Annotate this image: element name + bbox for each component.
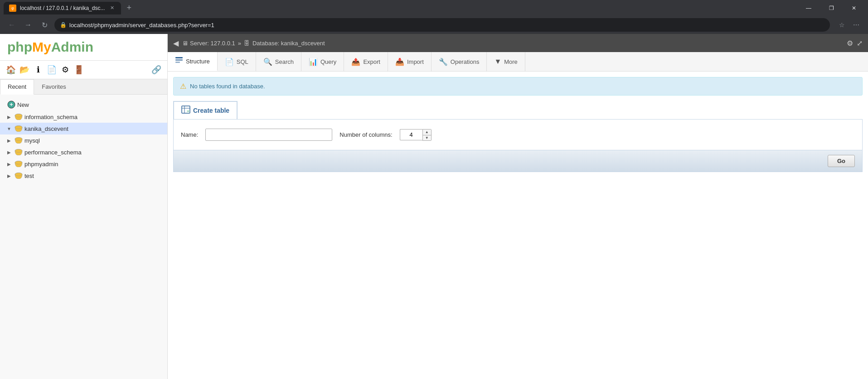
tab-import-label: Import bbox=[407, 58, 424, 65]
tab-structure[interactable]: Structure bbox=[168, 52, 218, 71]
sidebar: phpMyAdmin 🏠 📂 ℹ 📄 ⚙ 🚪 🔗 Recent Favorite… bbox=[0, 34, 168, 379]
browser-titlebar: φ localhost / 127.0.0.1 / kanika_dsc... … bbox=[0, 0, 868, 16]
db-icon-phpmyadmin bbox=[15, 160, 23, 168]
content-tabs: Structure 📄 SQL 🔍 Search 📊 Query 📤 Expor… bbox=[168, 52, 868, 72]
exit-icon[interactable]: 🚪 bbox=[73, 64, 84, 75]
create-table-form: Name: Number of columns: ▲ ▼ bbox=[181, 129, 855, 141]
svg-text:+: + bbox=[187, 110, 189, 112]
columns-input-wrapper: ▲ ▼ bbox=[400, 129, 432, 141]
columns-number-input[interactable] bbox=[400, 129, 422, 140]
create-table-header: + Create table bbox=[173, 101, 238, 119]
back-button[interactable]: ← bbox=[5, 19, 18, 31]
tab-favicon: φ bbox=[9, 5, 16, 12]
tab-operations[interactable]: 🔧 Operations bbox=[432, 52, 487, 71]
create-table-body: Name: Number of columns: ▲ ▼ bbox=[173, 119, 863, 150]
import-export-icon[interactable]: 📄 bbox=[46, 64, 57, 75]
back-navigation-button[interactable]: ◀ bbox=[173, 39, 179, 48]
tab-query[interactable]: 📊 Query bbox=[301, 52, 344, 71]
tab-sql[interactable]: 📄 SQL bbox=[218, 52, 256, 71]
create-table-icon: + bbox=[181, 106, 190, 115]
browser-menu-button[interactable]: ⋯ bbox=[850, 19, 863, 31]
sidebar-item-mysql[interactable]: ▶ mysql bbox=[0, 134, 167, 146]
svg-text:+: + bbox=[10, 101, 13, 108]
minimize-button[interactable]: — bbox=[798, 2, 819, 14]
create-table-tab[interactable]: + Create table bbox=[174, 101, 237, 119]
sidebar-item-test[interactable]: ▶ test bbox=[0, 170, 167, 182]
tab-more[interactable]: ▼ More bbox=[487, 52, 525, 71]
header-expand-icon[interactable]: ⤢ bbox=[857, 39, 863, 48]
logo-php: php bbox=[7, 39, 32, 54]
window-controls: — ❐ ✕ bbox=[798, 2, 864, 14]
databases-icon[interactable]: 📂 bbox=[19, 64, 30, 75]
sidebar-tab-recent[interactable]: Recent bbox=[0, 79, 34, 95]
expand-icon: ▶ bbox=[5, 113, 13, 120]
url-text: localhost/phpmyadmin/server_databases.ph… bbox=[69, 22, 214, 29]
operations-tab-icon: 🔧 bbox=[439, 58, 448, 66]
sql-tab-icon: 📄 bbox=[225, 58, 234, 66]
info-icon[interactable]: ℹ bbox=[33, 64, 44, 75]
form-actions: Go bbox=[173, 150, 863, 172]
sidebar-item-performance-schema[interactable]: ▶ performance_schema bbox=[0, 146, 167, 158]
warning-message: No tables found in database. bbox=[190, 83, 265, 90]
browser-tab[interactable]: φ localhost / 127.0.0.1 / kanika_dsc... … bbox=[4, 2, 121, 14]
tab-sql-label: SQL bbox=[237, 58, 248, 65]
table-name-input[interactable] bbox=[205, 129, 332, 141]
content-body: ⚠ No tables found in database. bbox=[168, 72, 868, 379]
tab-search-label: Search bbox=[275, 58, 294, 65]
create-table-section: + Create table Name: Number of columns: bbox=[173, 101, 863, 172]
tab-export-label: Export bbox=[363, 58, 380, 65]
new-tab-button[interactable]: + bbox=[125, 3, 133, 13]
columns-increment-button[interactable]: ▲ bbox=[423, 130, 431, 135]
new-icon: + bbox=[7, 101, 15, 109]
browser-addressbar: ← → ↻ 🔒 localhost/phpmyadmin/server_data… bbox=[0, 16, 868, 34]
sidebar-tabs: Recent Favorites bbox=[0, 79, 167, 95]
tab-more-label: More bbox=[504, 58, 518, 65]
link-icon[interactable]: 🔗 bbox=[151, 64, 162, 75]
tab-import[interactable]: 📥 Import bbox=[388, 52, 432, 71]
new-database-item[interactable]: + New bbox=[0, 98, 167, 111]
forward-button[interactable]: → bbox=[22, 19, 34, 31]
header-settings: ⚙ ⤢ bbox=[847, 39, 863, 48]
sidebar-item-phpmyadmin[interactable]: ▶ phpmyadmin bbox=[0, 158, 167, 170]
breadcrumb: 🖥 Server: 127.0.0.1 » 🗄 Database: kanika… bbox=[182, 40, 325, 47]
breadcrumb-separator: » bbox=[238, 40, 241, 47]
sidebar-content: + New ▶ information_schema ▼ bbox=[0, 95, 167, 379]
new-label: New bbox=[17, 101, 29, 108]
tab-title: localhost / 127.0.0.1 / kanika_dsc... bbox=[20, 5, 105, 11]
db-breadcrumb-icon: 🗄 bbox=[244, 40, 250, 47]
sidebar-tab-favorites[interactable]: Favorites bbox=[34, 79, 73, 94]
db-name-kanika-dscevent: kanika_dscevent bbox=[24, 125, 68, 132]
columns-decrement-button[interactable]: ▼ bbox=[423, 135, 431, 140]
close-button[interactable]: ✕ bbox=[844, 2, 864, 14]
server-icon: 🖥 bbox=[182, 40, 188, 47]
db-icon-test bbox=[15, 172, 23, 180]
expand-icon-pma: ▶ bbox=[5, 160, 13, 168]
collapse-icon: ▼ bbox=[5, 125, 13, 132]
reload-button[interactable]: ↻ bbox=[38, 19, 51, 31]
query-tab-icon: 📊 bbox=[309, 58, 318, 66]
name-label: Name: bbox=[181, 131, 198, 138]
settings-icon[interactable]: ⚙ bbox=[60, 64, 71, 75]
db-icon-kanika-dscevent bbox=[15, 125, 23, 133]
bookmark-star-icon[interactable]: ☆ bbox=[835, 19, 848, 31]
go-button[interactable]: Go bbox=[828, 155, 855, 167]
tab-query-label: Query bbox=[320, 58, 336, 65]
more-tab-icon: ▼ bbox=[494, 58, 501, 66]
no-tables-warning: ⚠ No tables found in database. bbox=[173, 77, 863, 96]
db-icon-mysql bbox=[15, 136, 23, 144]
tab-export[interactable]: 📤 Export bbox=[344, 52, 388, 71]
address-bar[interactable]: 🔒 localhost/phpmyadmin/server_databases.… bbox=[54, 18, 830, 32]
sidebar-item-kanika-dscevent[interactable]: ▼ kanika_dscevent bbox=[0, 123, 167, 134]
tab-search[interactable]: 🔍 Search bbox=[256, 52, 301, 71]
server-label: Server: 127.0.0.1 bbox=[190, 40, 235, 47]
expand-icon-mysql: ▶ bbox=[5, 137, 13, 144]
header-settings-icon[interactable]: ⚙ bbox=[847, 39, 853, 48]
db-name-mysql: mysql bbox=[24, 137, 40, 144]
content-header: ◀ 🖥 Server: 127.0.0.1 » 🗄 Database: kani… bbox=[168, 34, 868, 52]
db-icon-information-schema bbox=[15, 113, 23, 121]
tab-close-button[interactable]: ✕ bbox=[108, 5, 116, 12]
create-table-label: Create table bbox=[193, 107, 229, 114]
home-icon[interactable]: 🏠 bbox=[5, 64, 16, 75]
restore-button[interactable]: ❐ bbox=[821, 2, 842, 14]
sidebar-item-information-schema[interactable]: ▶ information_schema bbox=[0, 111, 167, 123]
